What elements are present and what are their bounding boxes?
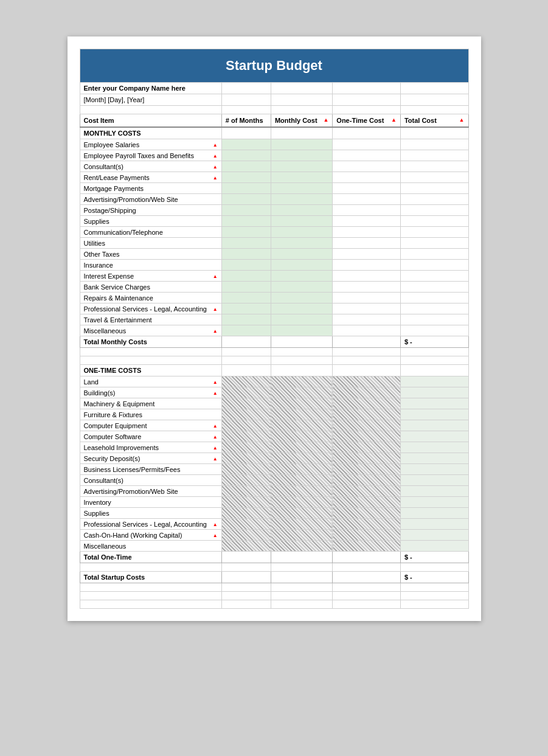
onetime-onetime-1[interactable] [333,387,401,398]
onetime-total-6[interactable] [400,442,468,453]
onetime-onetime-3[interactable] [333,409,401,420]
onetime-onetime-12[interactable] [333,508,401,519]
monthly-months-11[interactable] [221,260,271,271]
onetime-total-13[interactable] [400,519,468,530]
monthly-months-17[interactable] [221,325,271,336]
onetime-onetime-5[interactable] [333,431,401,442]
monthly-monthly-13[interactable] [271,282,332,293]
monthly-months-15[interactable] [221,303,271,314]
monthly-months-12[interactable] [221,271,271,282]
monthly-onetime-0[interactable] [333,139,401,150]
onetime-monthly-10[interactable] [271,486,332,497]
onetime-total-2[interactable] [400,398,468,409]
monthly-onetime-5[interactable] [333,194,401,205]
monthly-total-11[interactable] [400,260,468,271]
onetime-total-10[interactable] [400,486,468,497]
monthly-onetime-3[interactable] [333,172,401,183]
monthly-onetime-16[interactable] [333,314,401,325]
onetime-months-14[interactable] [221,530,271,541]
onetime-monthly-2[interactable] [271,398,332,409]
monthly-monthly-8[interactable] [271,227,332,238]
monthly-total-8[interactable] [400,227,468,238]
onetime-onetime-0[interactable] [333,376,401,387]
monthly-months-0[interactable] [221,139,271,150]
onetime-total-3[interactable] [400,409,468,420]
monthly-onetime-13[interactable] [333,282,401,293]
onetime-months-15[interactable] [221,541,271,552]
onetime-total-12[interactable] [400,508,468,519]
monthly-onetime-9[interactable] [333,238,401,249]
onetime-onetime-6[interactable] [333,442,401,453]
monthly-onetime-6[interactable] [333,205,401,216]
monthly-total-12[interactable] [400,271,468,282]
monthly-total-9[interactable] [400,238,468,249]
onetime-onetime-7[interactable] [333,453,401,464]
monthly-onetime-11[interactable] [333,260,401,271]
monthly-monthly-4[interactable] [271,183,332,194]
monthly-total-17[interactable] [400,325,468,336]
onetime-onetime-14[interactable] [333,530,401,541]
monthly-monthly-2[interactable] [271,161,332,172]
onetime-months-2[interactable] [221,398,271,409]
onetime-total-14[interactable] [400,530,468,541]
onetime-onetime-13[interactable] [333,519,401,530]
monthly-monthly-3[interactable] [271,172,332,183]
onetime-total-11[interactable] [400,497,468,508]
onetime-monthly-0[interactable] [271,376,332,387]
onetime-monthly-6[interactable] [271,442,332,453]
onetime-monthly-1[interactable] [271,387,332,398]
monthly-total-15[interactable] [400,303,468,314]
monthly-onetime-15[interactable] [333,303,401,314]
monthly-months-8[interactable] [221,227,271,238]
monthly-total-4[interactable] [400,183,468,194]
onetime-monthly-13[interactable] [271,519,332,530]
onetime-monthly-11[interactable] [271,497,332,508]
monthly-months-1[interactable] [221,150,271,161]
onetime-onetime-15[interactable] [333,541,401,552]
monthly-months-16[interactable] [221,314,271,325]
monthly-monthly-0[interactable] [271,139,332,150]
onetime-total-5[interactable] [400,431,468,442]
onetime-months-8[interactable] [221,464,271,475]
onetime-months-9[interactable] [221,475,271,486]
monthly-months-3[interactable] [221,172,271,183]
monthly-months-5[interactable] [221,194,271,205]
onetime-monthly-9[interactable] [271,475,332,486]
monthly-onetime-2[interactable] [333,161,401,172]
monthly-months-4[interactable] [221,183,271,194]
monthly-total-2[interactable] [400,161,468,172]
onetime-months-4[interactable] [221,420,271,431]
monthly-monthly-10[interactable] [271,249,332,260]
monthly-monthly-14[interactable] [271,293,332,303]
onetime-months-5[interactable] [221,431,271,442]
onetime-monthly-3[interactable] [271,409,332,420]
monthly-months-14[interactable] [221,293,271,303]
monthly-monthly-9[interactable] [271,238,332,249]
monthly-onetime-17[interactable] [333,325,401,336]
monthly-onetime-12[interactable] [333,271,401,282]
monthly-monthly-7[interactable] [271,216,332,227]
onetime-monthly-14[interactable] [271,530,332,541]
onetime-monthly-15[interactable] [271,541,332,552]
monthly-months-6[interactable] [221,205,271,216]
monthly-total-5[interactable] [400,194,468,205]
monthly-total-3[interactable] [400,172,468,183]
monthly-monthly-12[interactable] [271,271,332,282]
onetime-months-7[interactable] [221,453,271,464]
monthly-total-7[interactable] [400,216,468,227]
onetime-total-8[interactable] [400,464,468,475]
onetime-total-0[interactable] [400,376,468,387]
monthly-onetime-7[interactable] [333,216,401,227]
monthly-onetime-10[interactable] [333,249,401,260]
monthly-monthly-16[interactable] [271,314,332,325]
onetime-total-4[interactable] [400,420,468,431]
monthly-onetime-1[interactable] [333,150,401,161]
monthly-total-10[interactable] [400,249,468,260]
onetime-months-3[interactable] [221,409,271,420]
monthly-total-1[interactable] [400,150,468,161]
onetime-total-7[interactable] [400,453,468,464]
monthly-total-0[interactable] [400,139,468,150]
onetime-monthly-5[interactable] [271,431,332,442]
onetime-total-15[interactable] [400,541,468,552]
onetime-monthly-7[interactable] [271,453,332,464]
